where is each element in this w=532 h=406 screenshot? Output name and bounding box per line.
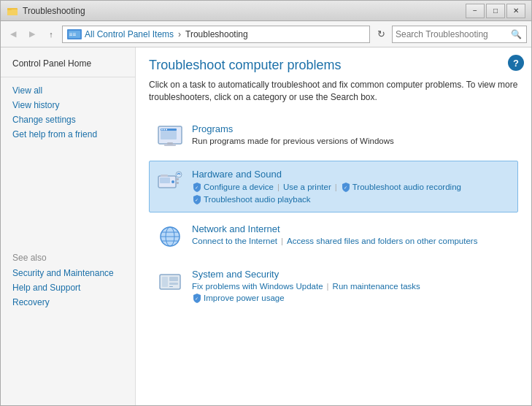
search-icon[interactable]: 🔍 xyxy=(509,29,523,39)
forward-icon: ▶ xyxy=(29,29,35,39)
up-button[interactable]: ↑ xyxy=(43,26,59,42)
svg-rect-32 xyxy=(169,283,178,285)
hardware-links-2: ✓ Troubleshoot audio playback xyxy=(192,194,510,204)
svg-text:✓: ✓ xyxy=(195,185,198,190)
svg-point-11 xyxy=(166,129,167,130)
svg-point-20 xyxy=(176,172,182,177)
svg-rect-31 xyxy=(169,277,178,281)
svg-rect-17 xyxy=(160,177,170,183)
network-links: Connect to the Internet | Access shared … xyxy=(192,237,510,245)
link-configure-device[interactable]: Configure a device xyxy=(204,183,274,191)
back-icon: ◀ xyxy=(10,29,16,39)
window-icon xyxy=(7,5,18,17)
svg-rect-33 xyxy=(169,286,173,287)
page-description: Click on a task to automatically trouble… xyxy=(149,79,518,104)
system-title[interactable]: System and Security xyxy=(192,269,279,280)
sidebar-item-view-history[interactable]: View history xyxy=(1,98,135,112)
link-power-usage[interactable]: Improve power usage xyxy=(204,294,285,302)
svg-rect-13 xyxy=(167,142,173,145)
network-title[interactable]: Network and Internet xyxy=(192,223,280,234)
network-icon xyxy=(157,223,183,250)
svg-rect-30 xyxy=(162,277,168,287)
link-windows-update[interactable]: Fix problems with Windows Update xyxy=(192,282,323,291)
refresh-button[interactable]: ↻ xyxy=(373,26,389,42)
svg-rect-19 xyxy=(161,175,168,177)
svg-point-10 xyxy=(163,129,165,130)
up-icon: ↑ xyxy=(49,30,53,39)
system-icon xyxy=(157,269,183,295)
see-also-label: See also xyxy=(1,244,135,266)
hardware-icon xyxy=(157,169,183,195)
svg-rect-8 xyxy=(161,129,177,131)
system-links: Fix problems with Windows Update | Run m… xyxy=(192,282,510,291)
network-content: Network and Internet Connect to the Inte… xyxy=(192,223,510,245)
sidebar-item-change-settings[interactable]: Change settings xyxy=(1,112,135,127)
hardware-content: Hardware and Sound ✓ Configure a device … xyxy=(192,169,510,204)
maximize-button[interactable]: □ xyxy=(486,4,505,18)
svg-point-18 xyxy=(171,180,174,183)
sidebar: Control Panel Home View all View history… xyxy=(1,47,136,406)
shield-icon-power: ✓ xyxy=(192,293,202,303)
content-area: ? Troubleshoot computer problems Click o… xyxy=(136,47,531,406)
sidebar-item-security-maintenance[interactable]: Security and Maintenance xyxy=(1,266,135,280)
link-troubleshoot-audio-playback[interactable]: Troubleshoot audio playback xyxy=(204,195,311,204)
category-network-internet: Network and Internet Connect to the Inte… xyxy=(149,215,518,258)
breadcrumb-icon: ≡≡ xyxy=(67,29,82,39)
help-button[interactable]: ? xyxy=(508,55,524,71)
sidebar-item-recovery[interactable]: Recovery xyxy=(1,295,135,310)
svg-text:✓: ✓ xyxy=(344,185,347,190)
forward-button[interactable]: ▶ xyxy=(24,26,40,42)
sidebar-divider-1 xyxy=(1,77,135,77)
shield-icon-configure: ✓ xyxy=(192,182,202,192)
title-bar: Troubleshooting − □ ✕ xyxy=(1,1,531,21)
window-controls: − □ ✕ xyxy=(466,4,525,18)
system-content: System and Security Fix problems with Wi… xyxy=(192,269,510,303)
link-connect-internet[interactable]: Connect to the Internet xyxy=(192,237,277,245)
category-system-security: System and Security Fix problems with Wi… xyxy=(149,261,518,311)
hardware-links: ✓ Configure a device | Use a printer | ✓… xyxy=(192,182,510,192)
shield-icon-audio-recording: ✓ xyxy=(341,182,351,192)
breadcrumb: ≡≡ All Control Panel Items › Troubleshoo… xyxy=(62,26,370,43)
sidebar-item-help-support[interactable]: Help and Support xyxy=(1,280,135,295)
programs-subtitle: Run programs made for previous versions … xyxy=(192,137,510,145)
system-links-2: ✓ Improve power usage xyxy=(192,293,510,303)
minimize-button[interactable]: − xyxy=(466,4,485,18)
page-title: Troubleshoot computer problems xyxy=(149,58,518,73)
link-maintenance-tasks[interactable]: Run maintenance tasks xyxy=(333,282,420,291)
category-programs: Programs Run programs made for previous … xyxy=(149,115,518,158)
svg-text:✓: ✓ xyxy=(195,198,198,202)
link-use-printer[interactable]: Use a printer xyxy=(283,183,331,191)
link-troubleshoot-audio-recording[interactable]: Troubleshoot audio recording xyxy=(352,183,461,191)
svg-text:✓: ✓ xyxy=(195,296,198,301)
title-text: Troubleshooting xyxy=(23,6,85,16)
svg-rect-1 xyxy=(7,9,18,15)
sidebar-heading: Control Panel Home xyxy=(1,56,135,71)
refresh-icon: ↻ xyxy=(377,28,385,39)
breadcrumb-current: Troubleshooting xyxy=(185,29,248,39)
main-layout: Control Panel Home View all View history… xyxy=(1,47,531,406)
breadcrumb-separator: › xyxy=(178,29,181,39)
programs-title[interactable]: Programs xyxy=(192,123,233,134)
breadcrumb-home[interactable]: All Control Panel Items xyxy=(85,29,174,39)
back-button[interactable]: ◀ xyxy=(5,26,21,42)
search-input[interactable] xyxy=(396,29,509,39)
category-hardware-sound: Hardware and Sound ✓ Configure a device … xyxy=(149,161,518,212)
close-button[interactable]: ✕ xyxy=(506,4,525,18)
svg-text:≡≡: ≡≡ xyxy=(69,31,77,38)
sidebar-item-view-all[interactable]: View all xyxy=(1,83,135,98)
svg-rect-2 xyxy=(7,8,12,10)
link-shared-files[interactable]: Access shared files and folders on other… xyxy=(287,237,477,245)
svg-point-9 xyxy=(161,129,163,130)
hardware-title[interactable]: Hardware and Sound xyxy=(192,169,282,180)
programs-content: Programs Run programs made for previous … xyxy=(192,123,510,145)
search-box: 🔍 xyxy=(392,26,527,43)
shield-icon-audio-playback: ✓ xyxy=(192,194,202,204)
sidebar-item-get-help[interactable]: Get help from a friend xyxy=(1,127,135,142)
svg-rect-16 xyxy=(176,182,179,184)
sidebar-links: View all View history Change settings Ge… xyxy=(1,83,135,142)
address-bar: ◀ ▶ ↑ ≡≡ All Control Panel Items › Troub… xyxy=(1,21,531,47)
programs-icon xyxy=(157,123,183,150)
svg-rect-15 xyxy=(176,178,179,180)
